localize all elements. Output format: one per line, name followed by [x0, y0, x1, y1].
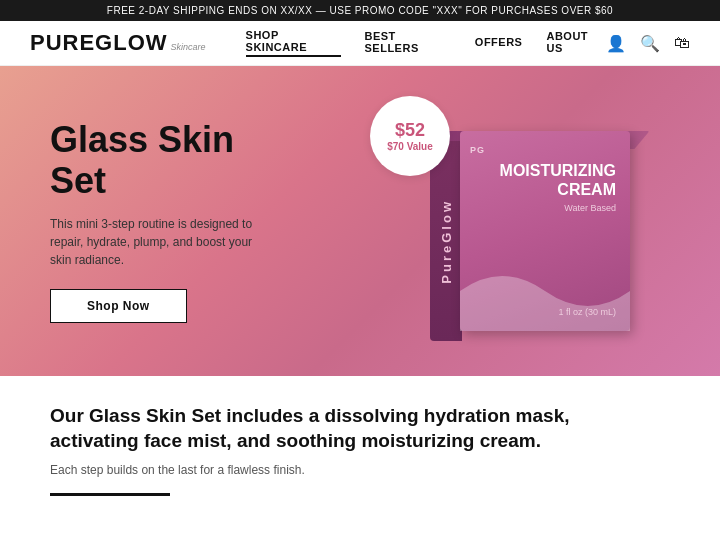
shop-now-button[interactable]: Shop Now — [50, 289, 187, 323]
box-front-content: PG MOISTURIZINGCREAM Water Based — [470, 145, 616, 243]
bottom-headline: Our Glass Skin Set includes a dissolving… — [50, 404, 630, 453]
hero-section: Glass Skin Set This mini 3-step routine … — [0, 66, 720, 376]
header-icons: 👤 🔍 🛍 — [606, 34, 690, 53]
announcement-text: FREE 2-DAY SHIPPING ENDS ON XX/XX — USE … — [107, 5, 613, 16]
box-side-face: PureGlow — [430, 141, 462, 341]
box-brand-label: PG — [470, 145, 616, 155]
box-wave-decoration — [460, 251, 630, 331]
price-value: $70 Value — [387, 141, 433, 152]
nav-about-us[interactable]: ABOUT US — [546, 30, 606, 56]
product-box: PureGlow PG MOISTURIZINGCREAM Water Base… — [430, 111, 650, 341]
logo-text: PUREGLOW — [30, 30, 168, 56]
price-amount: $52 — [395, 120, 425, 141]
nav-shop-skincare[interactable]: SHOP SKINCARE — [246, 29, 341, 57]
header: PUREGLOW Skincare SHOP SKINCARE BEST SEL… — [0, 21, 720, 66]
nav-best-sellers[interactable]: BEST SELLERS — [365, 30, 451, 56]
bottom-section: Our Glass Skin Set includes a dissolving… — [0, 376, 720, 506]
bottom-divider — [50, 493, 170, 496]
box-product-name: MOISTURIZINGCREAM — [470, 161, 616, 199]
box-product-size: 1 fl oz (30 mL) — [558, 307, 616, 317]
user-icon[interactable]: 👤 — [606, 34, 626, 53]
box-front-face: PG MOISTURIZINGCREAM Water Based 1 fl oz… — [460, 131, 630, 331]
box-side-brand: PureGlow — [439, 199, 454, 284]
logo-sub: Skincare — [171, 42, 206, 52]
box-product-sub: Water Based — [470, 203, 616, 213]
main-nav: SHOP SKINCARE BEST SELLERS OFFERS ABOUT … — [246, 29, 606, 57]
announcement-bar: FREE 2-DAY SHIPPING ENDS ON XX/XX — USE … — [0, 0, 720, 21]
cart-icon[interactable]: 🛍 — [674, 34, 690, 52]
nav-offers[interactable]: OFFERS — [475, 36, 523, 50]
logo-area: PUREGLOW Skincare — [30, 30, 206, 56]
bottom-subtext: Each step builds on the last for a flawl… — [50, 463, 670, 477]
hero-content: Glass Skin Set This mini 3-step routine … — [0, 89, 320, 354]
search-icon[interactable]: 🔍 — [640, 34, 660, 53]
price-badge: $52 $70 Value — [370, 96, 450, 176]
hero-description: This mini 3-step routine is designed to … — [50, 215, 270, 269]
hero-title: Glass Skin Set — [50, 119, 270, 202]
